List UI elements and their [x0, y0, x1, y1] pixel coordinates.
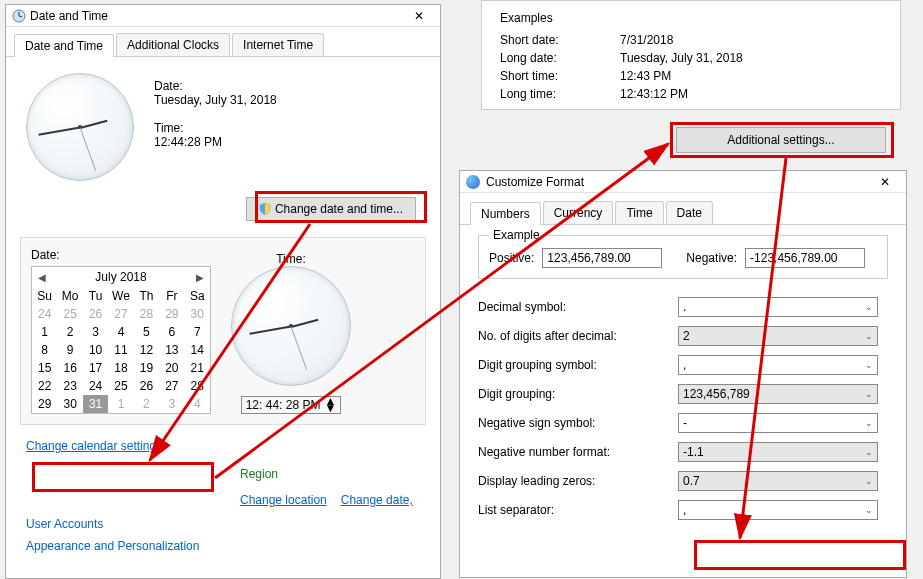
calendar-day-other[interactable]: 4: [185, 395, 210, 413]
calendar-day-other[interactable]: 25: [57, 305, 82, 323]
calendar-day[interactable]: 2: [57, 323, 82, 341]
format-combobox[interactable]: .⌄: [678, 297, 878, 317]
combobox-value: .: [683, 300, 686, 314]
region-row: Region: [6, 461, 440, 487]
calendar-day[interactable]: 21: [185, 359, 210, 377]
chevron-down-icon: ⌄: [865, 447, 873, 457]
calendar-day-other[interactable]: 26: [83, 305, 108, 323]
calendar[interactable]: ◀ July 2018 ▶ SuMoTuWeThFrSa242526272829…: [31, 266, 211, 414]
calendar-day-other[interactable]: 29: [159, 305, 184, 323]
combobox-value: ,: [683, 503, 686, 517]
tab-date[interactable]: Date: [666, 201, 713, 224]
tab-time[interactable]: Time: [615, 201, 663, 224]
close-icon[interactable]: ✕: [404, 9, 434, 23]
example-label: Short date:: [500, 33, 620, 47]
calendar-day[interactable]: 4: [108, 323, 133, 341]
spinner-icon[interactable]: ▲▼: [324, 398, 336, 412]
calendar-day-other[interactable]: 2: [134, 395, 159, 413]
close-icon-3[interactable]: ✕: [870, 175, 900, 189]
calendar-day[interactable]: 7: [185, 323, 210, 341]
titlebar-3[interactable]: Customize Format ✕: [460, 171, 906, 193]
calendar-day-other[interactable]: 27: [108, 305, 133, 323]
calendar-day[interactable]: 8: [32, 341, 57, 359]
format-label: Negative sign symbol:: [478, 416, 678, 430]
example-value: 7/31/2018: [620, 33, 673, 47]
additional-settings-button[interactable]: Additional settings...: [676, 127, 886, 153]
time-input[interactable]: 12: 44: 28 PM ▲▼: [241, 396, 342, 414]
calendar-day-other[interactable]: 28: [134, 305, 159, 323]
tab-date-and-time[interactable]: Date and Time: [14, 34, 114, 57]
calendar-day[interactable]: 25: [108, 377, 133, 395]
change-date-link[interactable]: Change date,: [341, 493, 413, 507]
calendar-day[interactable]: 27: [159, 377, 184, 395]
example-row: Short time:12:43 PM: [500, 67, 882, 85]
calendar-day[interactable]: 30: [57, 395, 82, 413]
region-heading: Region: [240, 467, 278, 481]
calendar-day[interactable]: 15: [32, 359, 57, 377]
format-combobox[interactable]: 123,456,789⌄: [678, 384, 878, 404]
date-time-window: Date and Time ✕ Date and Time Additional…: [5, 4, 441, 579]
calendar-day[interactable]: 10: [83, 341, 108, 359]
examples-panel: Examples Short date:7/31/2018Long date:T…: [481, 0, 901, 110]
calendar-day[interactable]: 6: [159, 323, 184, 341]
example-group: Example Positive: 123,456,789.00 Negativ…: [478, 235, 888, 279]
calendar-day[interactable]: 29: [32, 395, 57, 413]
calendar-day[interactable]: 26: [134, 377, 159, 395]
calendar-day[interactable]: 24: [83, 377, 108, 395]
format-combobox[interactable]: -1.1⌄: [678, 442, 878, 462]
format-row: Digit grouping:123,456,789⌄: [478, 384, 888, 404]
format-combobox[interactable]: ,⌄: [678, 500, 878, 520]
calendar-day[interactable]: 3: [83, 323, 108, 341]
calendar-day[interactable]: 16: [57, 359, 82, 377]
calendar-day[interactable]: 14: [185, 341, 210, 359]
calendar-day[interactable]: 28: [185, 377, 210, 395]
analog-clock: [26, 73, 134, 181]
calendar-day[interactable]: 13: [159, 341, 184, 359]
example-row: Short date:7/31/2018: [500, 31, 882, 49]
tab-currency[interactable]: Currency: [543, 201, 614, 224]
calendar-day[interactable]: 11: [108, 341, 133, 359]
calendar-dow: Sa: [185, 287, 210, 305]
calendar-day[interactable]: 1: [32, 323, 57, 341]
format-combobox[interactable]: ,⌄: [678, 355, 878, 375]
calendar-day[interactable]: 31: [83, 395, 108, 413]
change-calendar-settings-link[interactable]: Change calendar settings: [26, 439, 162, 453]
calendar-day[interactable]: 12: [134, 341, 159, 359]
calendar-day[interactable]: 20: [159, 359, 184, 377]
user-accounts-link[interactable]: User Accounts: [6, 513, 440, 535]
window-title: Date and Time: [30, 9, 404, 23]
calendar-day-other[interactable]: 1: [108, 395, 133, 413]
format-label: Display leading zeros:: [478, 474, 678, 488]
tab-internet-time[interactable]: Internet Time: [232, 33, 324, 56]
calendar-day-other[interactable]: 24: [32, 305, 57, 323]
prev-month-icon[interactable]: ◀: [38, 272, 46, 283]
example-row: Long time:12:43:12 PM: [500, 85, 882, 103]
calendar-day[interactable]: 18: [108, 359, 133, 377]
calendar-day[interactable]: 9: [57, 341, 82, 359]
combobox-value: ,: [683, 358, 686, 372]
format-label: No. of digits after decimal:: [478, 329, 678, 343]
format-row: Decimal symbol:.⌄: [478, 297, 888, 317]
calendar-day[interactable]: 17: [83, 359, 108, 377]
tab-additional-clocks[interactable]: Additional Clocks: [116, 33, 230, 56]
chevron-down-icon: ⌄: [865, 505, 873, 515]
format-row: Display leading zeros:0.7⌄: [478, 471, 888, 491]
clock-icon: [12, 9, 26, 23]
calendar-day-other[interactable]: 30: [185, 305, 210, 323]
format-row: Digit grouping symbol:,⌄: [478, 355, 888, 375]
change-location-link[interactable]: Change location: [240, 493, 327, 507]
calendar-day[interactable]: 22: [32, 377, 57, 395]
next-month-icon[interactable]: ▶: [196, 272, 204, 283]
appearance-link[interactable]: Appearance and Personalization: [6, 535, 440, 557]
format-combobox[interactable]: 0.7⌄: [678, 471, 878, 491]
format-combobox[interactable]: -⌄: [678, 413, 878, 433]
change-date-time-button[interactable]: Change date and time...: [246, 197, 416, 221]
calendar-day[interactable]: 23: [57, 377, 82, 395]
titlebar[interactable]: Date and Time ✕: [6, 5, 440, 27]
format-combobox[interactable]: 2⌄: [678, 326, 878, 346]
tab-numbers[interactable]: Numbers: [470, 202, 541, 225]
calendar-day[interactable]: 19: [134, 359, 159, 377]
chevron-down-icon: ⌄: [865, 418, 873, 428]
calendar-day[interactable]: 5: [134, 323, 159, 341]
calendar-day-other[interactable]: 3: [159, 395, 184, 413]
